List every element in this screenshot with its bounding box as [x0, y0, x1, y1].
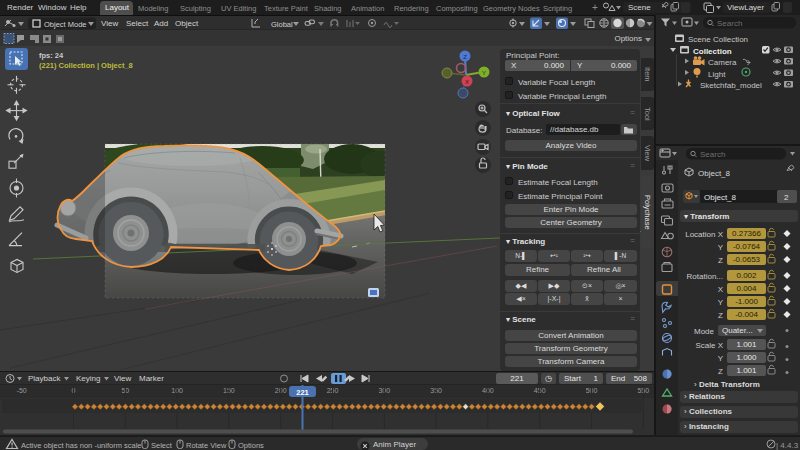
svg-text:Scene: Scene — [628, 3, 651, 12]
svg-text:221: 221 — [296, 388, 309, 397]
svg-text:ViewLayer: ViewLayer — [727, 3, 765, 12]
svg-text:X: X — [465, 79, 469, 85]
svg-text:Y: Y — [482, 70, 486, 76]
svg-text:Search: Search — [700, 150, 725, 159]
svg-text:Search: Search — [717, 19, 742, 28]
svg-text:Z: Z — [463, 54, 467, 60]
